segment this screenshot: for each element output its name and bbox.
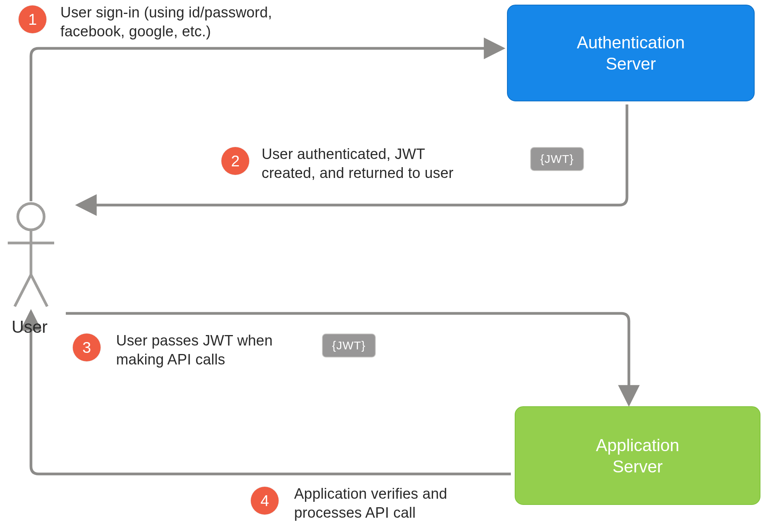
jwt-flow-diagram: User Authentication Server Application S… xyxy=(0,0,774,532)
user-actor-label: User xyxy=(12,317,48,337)
step-4-text: Application verifies and processes API c… xyxy=(294,484,495,523)
svg-line-4 xyxy=(31,275,47,306)
step-1-number: 1 xyxy=(28,11,37,28)
step-4-badge: 4 xyxy=(251,487,279,515)
application-server-node: Application Server xyxy=(515,406,760,505)
jwt-token-chip-step-2: {JWT} xyxy=(530,147,584,171)
step-4-number: 4 xyxy=(260,492,269,510)
step-2-number: 2 xyxy=(231,152,240,170)
application-server-label: Application Server xyxy=(596,434,679,477)
jwt-token-chip-step-3: {JWT} xyxy=(322,334,376,358)
step-3-number: 3 xyxy=(82,339,91,356)
authentication-server-node: Authentication Server xyxy=(507,5,755,101)
step-3-badge: 3 xyxy=(73,334,101,361)
svg-line-3 xyxy=(15,275,31,306)
step-2-badge: 2 xyxy=(221,147,249,175)
step-2-text: User authenticated, JWT created, and ret… xyxy=(262,145,478,183)
authentication-server-label: Authentication Server xyxy=(577,32,685,74)
svg-point-0 xyxy=(18,204,44,230)
user-stick-figure-icon xyxy=(8,204,54,306)
step-3-text: User passes JWT when making API calls xyxy=(116,331,302,369)
step-1-badge: 1 xyxy=(19,5,46,33)
step-1-text: User sign-in (using id/password, faceboo… xyxy=(60,3,331,41)
